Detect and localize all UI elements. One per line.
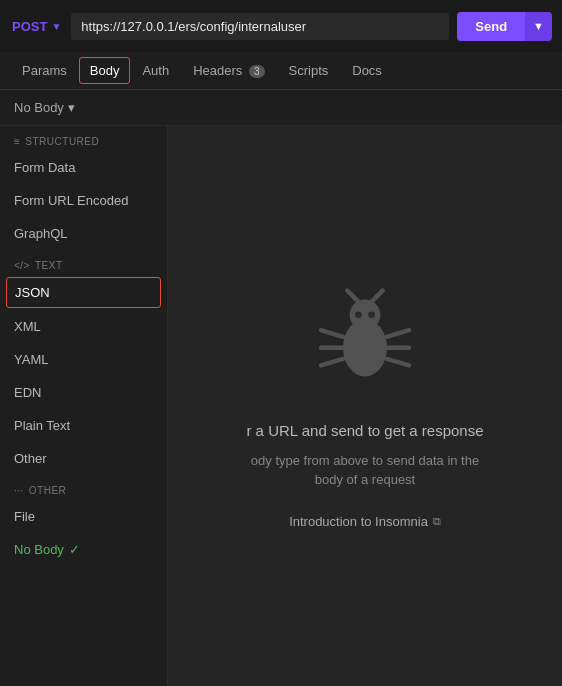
send-dropdown-button[interactable]: ▼: [525, 12, 552, 41]
section-text: </> TEXT: [0, 250, 167, 275]
svg-line-6: [321, 358, 343, 365]
sidebar: ≡ STRUCTURED Form Data Form URL Encoded …: [0, 126, 168, 686]
prompt-main: r a URL and send to get a response: [246, 422, 483, 439]
sidebar-item-file[interactable]: File: [0, 500, 167, 533]
main-content: ≡ STRUCTURED Form Data Form URL Encoded …: [0, 126, 562, 686]
intro-link[interactable]: Introduction to Insomnia ⧉: [289, 514, 441, 529]
tab-bar: Params Body Auth Headers 3 Scripts Docs: [0, 52, 562, 90]
structured-icon: ≡: [14, 136, 20, 147]
text-icon: </>: [14, 260, 30, 271]
external-link-icon: ⧉: [433, 515, 441, 528]
send-button[interactable]: Send: [457, 12, 525, 41]
svg-point-10: [355, 311, 362, 318]
no-body-arrow: ▾: [68, 100, 75, 115]
no-body-label: No Body: [14, 100, 64, 115]
sidebar-item-plain-text[interactable]: Plain Text: [0, 409, 167, 442]
url-input[interactable]: [71, 13, 449, 40]
sidebar-item-form-data[interactable]: Form Data: [0, 151, 167, 184]
svg-line-9: [387, 358, 409, 365]
other-icon: ···: [14, 485, 24, 496]
svg-line-3: [372, 290, 383, 301]
sidebar-item-other[interactable]: Other: [0, 442, 167, 475]
headers-badge: 3: [249, 65, 265, 78]
top-bar: POST ▼ Send ▼: [0, 0, 562, 52]
tab-params[interactable]: Params: [10, 55, 79, 86]
svg-line-4: [321, 330, 343, 337]
sidebar-item-form-url-encoded[interactable]: Form URL Encoded: [0, 184, 167, 217]
no-body-selector[interactable]: No Body ▾: [0, 90, 562, 126]
method-arrow: ▼: [51, 21, 61, 32]
prompt-sub: ody type from above to send data in the …: [251, 451, 479, 490]
sidebar-item-json[interactable]: JSON: [6, 277, 161, 308]
no-body-check-icon: ✓: [69, 542, 80, 557]
tab-headers[interactable]: Headers 3: [181, 55, 276, 86]
sidebar-item-xml[interactable]: XML: [0, 310, 167, 343]
send-button-group: Send ▼: [457, 12, 552, 41]
method-label: POST: [12, 19, 47, 34]
tab-scripts[interactable]: Scripts: [277, 55, 341, 86]
right-panel: r a URL and send to get a response ody t…: [168, 126, 562, 686]
svg-line-2: [347, 290, 358, 301]
tab-auth[interactable]: Auth: [130, 55, 181, 86]
sidebar-no-body[interactable]: No Body ✓: [0, 533, 167, 566]
tab-docs[interactable]: Docs: [340, 55, 394, 86]
sidebar-item-yaml[interactable]: YAML: [0, 343, 167, 376]
svg-point-1: [350, 299, 381, 330]
svg-point-11: [368, 311, 375, 318]
no-body-bottom-label: No Body: [14, 542, 64, 557]
sidebar-item-graphql[interactable]: GraphQL: [0, 217, 167, 250]
section-other: ··· OTHER: [0, 475, 167, 500]
svg-line-7: [387, 330, 409, 337]
bug-icon: [310, 284, 420, 398]
sidebar-item-edn[interactable]: EDN: [0, 376, 167, 409]
tab-body[interactable]: Body: [79, 57, 131, 84]
section-structured: ≡ STRUCTURED: [0, 126, 167, 151]
method-button[interactable]: POST ▼: [10, 15, 63, 38]
